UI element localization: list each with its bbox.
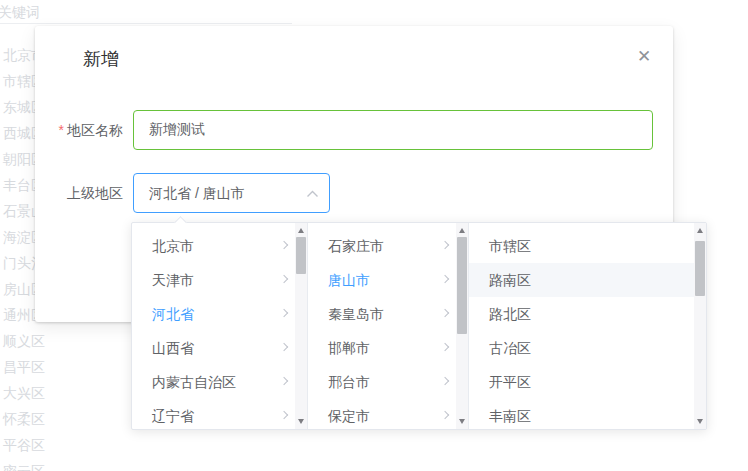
scrollbar[interactable] [694,223,706,429]
bg-region-row: 顺义区 [3,331,45,351]
cascader-column-districts: 市辖区 路南区 路北区 古冶区 开平区 丰南区 [469,223,706,429]
cascader-option[interactable]: 保定市 [308,399,468,429]
cascader-option[interactable]: 市辖区 [469,229,694,263]
scroll-down-icon[interactable] [295,415,307,427]
scroll-down-icon[interactable] [694,415,706,427]
cascader-option-hovered[interactable]: 路南区 [469,263,694,297]
chevron-right-icon [280,275,288,283]
dialog-title: 新增 [83,46,119,72]
cascader-value: 河北省 / 唐山市 [149,185,245,201]
cascader-option-selected[interactable]: 河北省 [132,297,307,331]
cascader-option[interactable]: 山西省 [132,331,307,365]
scrollbar[interactable] [295,223,307,429]
scrollbar-thumb[interactable] [296,237,306,274]
cascader-option[interactable]: 北京市 [132,229,307,263]
bg-region-row: 昌平区 [3,357,45,377]
cascader-dropdown-panel: 北京市 天津市 河北省 山西省 内蒙古自治区 辽宁省 石家庄市 唐山市 秦皇岛市… [131,222,707,430]
cascader-option[interactable]: 内蒙古自治区 [132,365,307,399]
cascader-option[interactable]: 辽宁省 [132,399,307,429]
cascader-column-cities: 石家庄市 唐山市 秦皇岛市 邯郸市 邢台市 保定市 [308,223,469,429]
search-placeholder: 关键词 [0,4,40,22]
cascader-column-provinces: 北京市 天津市 河北省 山西省 内蒙古自治区 辽宁省 [132,223,308,429]
chevron-right-icon [280,241,288,249]
chevron-right-icon [280,411,288,419]
chevron-right-icon [441,343,449,351]
cascader-option[interactable]: 丰南区 [469,399,694,429]
region-name-input[interactable] [133,110,653,150]
chevron-right-icon [280,377,288,385]
chevron-right-icon [441,377,449,385]
chevron-right-icon [441,241,449,249]
parent-region-cascader-input[interactable]: 河北省 / 唐山市 [133,173,330,213]
cascader-option[interactable]: 开平区 [469,365,694,399]
bg-region-row: 密云区 [3,461,45,471]
required-asterisk: * [59,122,64,138]
bg-region-row: 平谷区 [3,435,45,455]
chevron-right-icon [441,275,449,283]
cascader-option[interactable]: 邯郸市 [308,331,468,365]
close-icon[interactable]: ✕ [633,46,655,68]
scroll-up-icon[interactable] [456,225,468,237]
scrollbar-thumb[interactable] [457,237,467,334]
chevron-right-icon [441,309,449,317]
cascader-option[interactable]: 秦皇岛市 [308,297,468,331]
cascader-option[interactable]: 石家庄市 [308,229,468,263]
chevron-right-icon [441,411,449,419]
cascader-option[interactable]: 路北区 [469,297,694,331]
scroll-down-icon[interactable] [456,415,468,427]
cascader-option[interactable]: 天津市 [132,263,307,297]
bg-region-row: 大兴区 [3,383,45,403]
scroll-up-icon[interactable] [295,225,307,237]
parent-region-label: 上级地区 [35,173,123,213]
bg-region-row: 怀柔区 [3,409,45,429]
scroll-up-icon[interactable] [694,225,706,237]
cascader-option[interactable]: 邢台市 [308,365,468,399]
cascader-option-selected[interactable]: 唐山市 [308,263,468,297]
chevron-up-icon [306,190,319,198]
region-name-label: *地区名称 [35,110,123,150]
chevron-right-icon [280,309,288,317]
background-search-input: 关键词 [0,0,292,24]
cascader-option[interactable]: 古冶区 [469,331,694,365]
chevron-right-icon [280,343,288,351]
scrollbar-thumb[interactable] [695,241,705,296]
scrollbar[interactable] [456,223,468,429]
